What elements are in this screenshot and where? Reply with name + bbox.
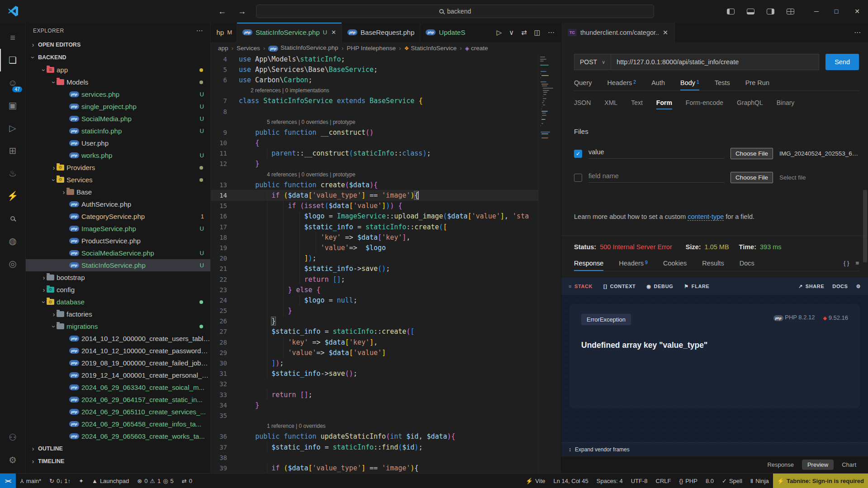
minimize-button[interactable]: ─ (806, 0, 826, 23)
accounts-people-icon[interactable]: ☺47 (0, 71, 26, 94)
package-icon[interactable]: ▣ (0, 94, 26, 117)
tree-folder-database[interactable]: ›◍database (26, 296, 210, 308)
body-tab-graphql[interactable]: GraphQL (737, 99, 763, 109)
run-debug-icon[interactable]: ▷ (0, 117, 26, 139)
scrollbar-thumb[interactable] (863, 190, 867, 262)
tree-file-socialmedia-php[interactable]: phpSocialMedia.phpU (26, 113, 210, 125)
tree-file-2024-06-29-065110-create-services-[interactable]: php2024_06_29_065110_create_services_... (26, 406, 210, 418)
flare-settings-icon[interactable]: ⚙ (856, 284, 861, 289)
workspace-root[interactable]: › BACKEND (26, 51, 210, 64)
format-braces-icon[interactable]: { } (844, 260, 849, 267)
status-encoding[interactable]: UTF-8 (627, 474, 652, 488)
body-tab-form-encode[interactable]: Form-encode (686, 99, 723, 109)
codelens-text[interactable]: 1 reference | 0 overrides (227, 423, 326, 429)
toggle-secondary-sidebar-icon[interactable] (760, 0, 780, 23)
editor-tab-staticinfoservice.php[interactable]: phpStaticInfoService.phpU✕ (237, 23, 342, 42)
status-vite[interactable]: ⚡Vite (522, 474, 549, 488)
nav-back-icon[interactable]: ← (218, 7, 226, 16)
run-button[interactable]: ▷ (497, 28, 502, 37)
menu-icon[interactable]: ≡ (0, 26, 26, 49)
tree-file-services-php[interactable]: phpservices.phpU (26, 88, 210, 100)
request-tab-auth[interactable]: Auth (651, 79, 665, 90)
code-editor[interactable]: 4use App\Models\staticInfo;5use App\Serv… (211, 54, 561, 473)
editor-tab-hp[interactable]: hpM (211, 23, 237, 42)
request-tab-pre-run[interactable]: Pre Run (745, 79, 769, 90)
tree-folder-app[interactable]: ›⊞app (26, 64, 210, 76)
flare-tab[interactable]: ⚑FLARE (684, 284, 709, 289)
status-eol[interactable]: CRLF (652, 474, 675, 488)
extension-a-icon[interactable]: ◍ (0, 230, 26, 252)
tree-file-socialmediaservice-php[interactable]: phpSocialMediaService.phpU (26, 247, 210, 259)
debug-tab[interactable]: ◉DEBUG (646, 284, 673, 289)
tree-folder-providers[interactable]: ›⚙Providers (26, 161, 210, 174)
tree-file-categoryservice-php[interactable]: phpCategoryService.php1 (26, 210, 210, 223)
tree-file-2024-06-29-065603-create-works-ta-[interactable]: php2024_06_29_065603_create_works_ta... (26, 430, 210, 442)
response-tab-docs[interactable]: Docs (740, 260, 754, 271)
tree-file-2019-12-14-000001-create-personal-acc-[interactable]: php2019_12_14_000001_create_personal_acc… (26, 369, 210, 381)
status-git-branch[interactable]: Ymain* (16, 474, 45, 488)
tree-folder-services[interactable]: ›⚙Services (26, 174, 210, 186)
editor-tab-baserequest.php[interactable]: phpBaseRequest.php (342, 23, 420, 42)
checkbox[interactable] (574, 174, 582, 182)
field-name-input[interactable]: value (588, 148, 724, 159)
tree-file-single-project-php[interactable]: phpsingle_project.phpU (26, 100, 210, 113)
search-icon[interactable] (0, 207, 26, 230)
tree-file-authservice-php[interactable]: phpAuthService.php (26, 198, 210, 210)
breadcrumb-item[interactable]: ❖StaticInfoService (404, 45, 456, 52)
response-tab-results[interactable]: Results (702, 260, 724, 271)
request-tab-body[interactable]: Body1 (680, 79, 699, 90)
breadcrumb-item[interactable]: ◈create (465, 45, 488, 52)
body-tab-xml[interactable]: XML (604, 99, 617, 109)
status-language-mode[interactable]: {}PHP (675, 474, 701, 488)
status-tabnine[interactable]: ⚡Tabnine: Sign-in is required (773, 474, 868, 488)
expand-vendor-frames[interactable]: ↕ Expand vendor frames (561, 442, 868, 456)
split-editor-icon[interactable]: ◫ (534, 28, 541, 37)
run-dropdown[interactable]: ∨ (509, 28, 514, 37)
tree-file-2014-10-12-000000-create-users-table-p-[interactable]: php2014_10_12_000000_create_users_table.… (26, 332, 210, 345)
timeline-section[interactable]: › TIMELINE (26, 455, 210, 468)
breadcrumb-item[interactable]: Services (237, 45, 260, 52)
panel-more-icon[interactable]: ⋯ (854, 28, 861, 37)
tree-file-imageservice-php[interactable]: phpImageService.phpU (26, 223, 210, 235)
account-icon[interactable]: ⚇ (0, 426, 26, 449)
method-select[interactable]: POST ∨ (574, 54, 611, 70)
preview-mode-preview[interactable]: Preview (802, 460, 834, 470)
body-tab-binary[interactable]: Binary (777, 99, 795, 109)
tree-folder-models[interactable]: ›Models (26, 76, 210, 88)
close-button[interactable]: ✕ (846, 0, 868, 23)
tree-file-2019-08-19-000000-create-failed-jobs-ta-[interactable]: php2019_08_19_000000_create_failed_jobs_… (26, 357, 210, 369)
response-tab-headers[interactable]: Headers9 (619, 260, 648, 271)
preview-mode-chart[interactable]: Chart (836, 460, 862, 470)
status-indentation[interactable]: Spaces: 4 (593, 474, 627, 488)
tree-folder-base[interactable]: ›Base (26, 186, 210, 198)
status-sync-changes[interactable]: ↻0↓ 1↑ (45, 474, 75, 488)
nav-forward-icon[interactable]: → (238, 7, 246, 16)
response-tab-response[interactable]: Response (574, 260, 603, 271)
status-cursor-position[interactable]: Ln 14, Col 45 (550, 474, 593, 488)
docs-button[interactable]: DOCS (832, 284, 848, 289)
status-problems[interactable]: ⊗0⚠1◎5 (133, 474, 178, 488)
breadcrumb-item[interactable]: phpStaticInfoService.php (268, 44, 338, 52)
open-editors-section[interactable]: › OPEN EDITORS (26, 38, 210, 51)
tree-file-user-php[interactable]: phpUser.php (26, 137, 210, 149)
request-tab-headers[interactable]: Headers2 (607, 79, 636, 90)
breadcrumb-item[interactable]: PHP Intelephense (346, 45, 396, 52)
status-beaker-icon[interactable]: ✦ (75, 474, 88, 488)
body-tab-form[interactable]: Form (656, 99, 672, 109)
preview-mode-response[interactable]: Response (762, 460, 799, 470)
command-search-input[interactable]: backend (256, 5, 654, 18)
tree-file-works-php[interactable]: phpworks.phpU (26, 149, 210, 161)
tree-file-2024-06-29-065458-create-infos-ta-[interactable]: php2024_06_29_065458_create_infos_ta... (26, 418, 210, 430)
extensions-icon[interactable]: ⊞ (0, 139, 26, 162)
tree-folder-bootstrap[interactable]: ›bootstrap (26, 271, 210, 284)
extension-b-icon[interactable]: ◎ (0, 252, 26, 275)
response-menu-icon[interactable]: ≡ (855, 260, 859, 267)
tree-folder-factories[interactable]: ›factories (26, 308, 210, 320)
testing-flask-icon[interactable]: ♨ (0, 162, 26, 185)
thunder-client-icon[interactable]: ⚡ (0, 185, 26, 207)
settings-gear-icon[interactable]: ⚙ (0, 449, 26, 471)
thunder-client-tab[interactable]: TC thunderclient.com/categor.. ✕ (561, 23, 675, 42)
stack-tab[interactable]: ≡STACK (569, 284, 593, 289)
status-ports[interactable]: ⇄0 (178, 474, 196, 488)
codelens-text[interactable]: 4 references | 0 overrides | prototype (227, 171, 356, 178)
